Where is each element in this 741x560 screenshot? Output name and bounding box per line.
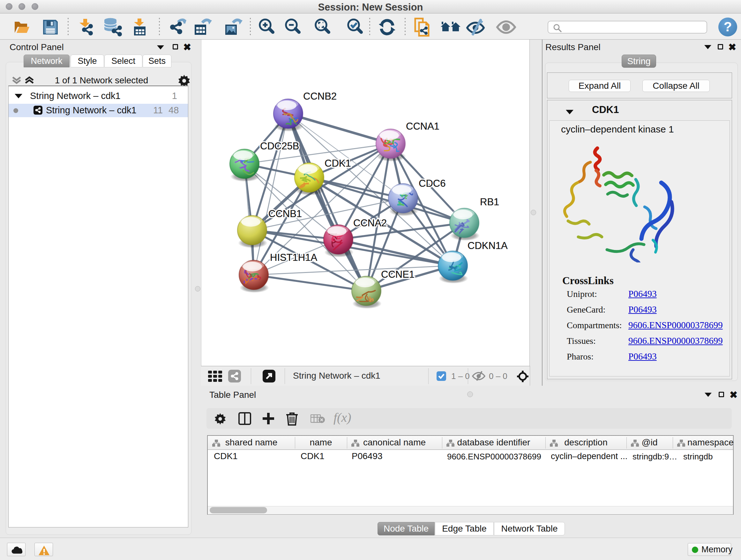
svg-text:CDK1: CDK1 — [325, 158, 351, 169]
svg-text:HIST1H1A: HIST1H1A — [270, 252, 317, 263]
svg-text:CCNA1: CCNA1 — [406, 121, 440, 132]
svg-text:CDC6: CDC6 — [419, 178, 446, 189]
svg-text:CDC25B: CDC25B — [260, 140, 299, 152]
svg-text:CCNA2: CCNA2 — [353, 217, 387, 229]
svg-text:CCNB1: CCNB1 — [268, 208, 302, 219]
svg-text:CCNE1: CCNE1 — [381, 269, 414, 280]
svg-text:CCNB2: CCNB2 — [303, 91, 337, 102]
svg-text:RB1: RB1 — [480, 196, 499, 207]
svg-text:CDKN1A: CDKN1A — [468, 240, 508, 251]
